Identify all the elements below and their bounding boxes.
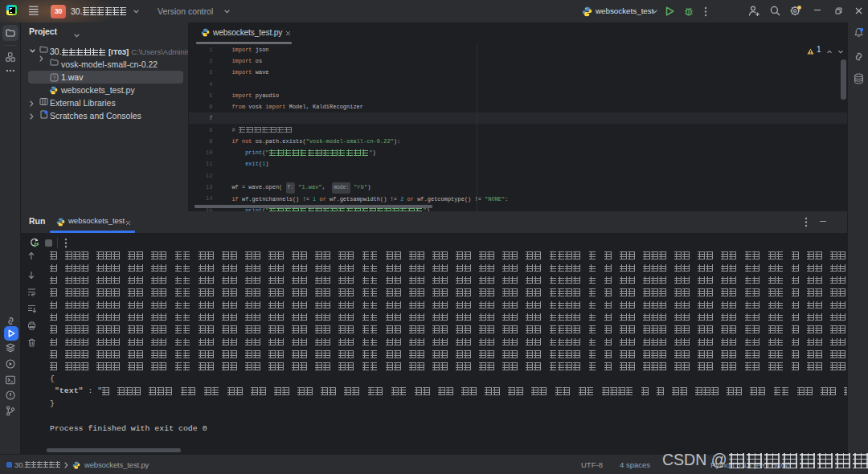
svg-text:?: ?: [53, 75, 56, 80]
